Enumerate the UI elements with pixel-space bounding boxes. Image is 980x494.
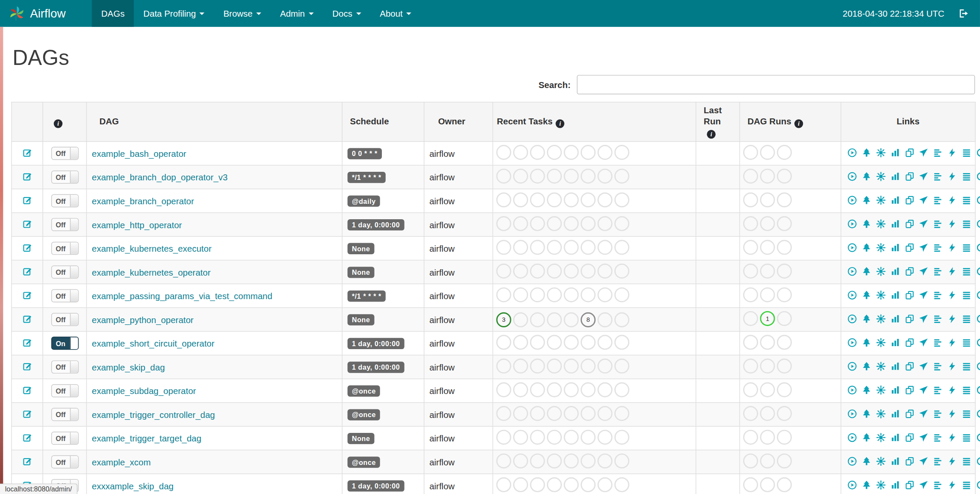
task-state-circle[interactable] [760,216,775,231]
task-tries-icon[interactable] [905,266,914,276]
refresh-dag-icon[interactable] [976,195,980,205]
nav-item-data-profiling[interactable]: Data Profiling [134,0,214,27]
graph-view-icon[interactable] [876,362,886,371]
refresh-dag-icon[interactable] [976,409,980,418]
task-state-circle[interactable] [760,192,775,207]
task-tries-icon[interactable] [905,314,914,323]
graph-view-icon[interactable] [876,338,886,347]
task-state-circle[interactable]: 3 [496,312,511,327]
task-tries-icon[interactable] [905,362,914,371]
edit-dag-icon[interactable] [23,290,32,300]
task-state-circle[interactable] [597,406,612,421]
task-state-circle[interactable] [777,453,792,468]
refresh-dag-icon[interactable] [976,266,980,276]
dag-pause-toggle[interactable]: Off [51,265,78,279]
task-state-circle[interactable] [743,145,758,160]
landing-times-icon[interactable] [919,456,928,466]
trigger-dag-icon[interactable] [847,432,857,442]
task-state-circle[interactable] [496,382,511,397]
task-tries-icon[interactable] [905,480,914,489]
tree-view-icon[interactable] [862,338,871,347]
task-state-circle[interactable] [581,477,596,492]
task-state-circle[interactable] [530,359,545,373]
dag-pause-toggle[interactable]: Off [51,218,78,231]
task-state-circle[interactable] [760,240,775,255]
task-state-circle[interactable] [547,169,562,184]
gantt-view-icon[interactable] [933,195,943,205]
code-view-icon[interactable] [948,219,957,228]
graph-view-icon[interactable] [876,219,886,228]
gantt-view-icon[interactable] [933,480,943,489]
task-state-circle[interactable] [564,192,579,207]
task-state-circle[interactable] [597,335,612,350]
task-state-circle[interactable] [614,453,629,468]
task-state-circle[interactable] [496,335,511,350]
task-state-circle[interactable] [614,430,629,445]
gantt-view-icon[interactable] [933,432,943,442]
refresh-dag-icon[interactable] [976,243,980,252]
task-state-circle[interactable] [597,192,612,207]
code-view-icon[interactable] [948,338,957,347]
task-state-circle[interactable] [597,264,612,279]
graph-view-icon[interactable] [876,195,886,205]
gantt-view-icon[interactable] [933,456,943,466]
nav-item-docs[interactable]: Docs [323,0,370,27]
task-state-circle[interactable] [743,192,758,207]
task-tries-icon[interactable] [905,243,914,252]
task-state-circle[interactable] [547,406,562,421]
task-state-circle[interactable] [513,453,528,468]
task-duration-icon[interactable] [890,456,900,466]
landing-times-icon[interactable] [919,409,928,418]
refresh-dag-icon[interactable] [976,456,980,466]
task-state-circle[interactable] [760,382,775,397]
dag-pause-toggle[interactable]: Off [51,384,78,397]
task-duration-icon[interactable] [890,480,900,489]
task-state-circle[interactable] [513,477,528,492]
task-state-circle[interactable] [564,335,579,350]
info-icon[interactable]: i [54,119,62,127]
edit-dag-icon[interactable] [23,171,32,181]
task-state-circle[interactable] [743,216,758,231]
task-state-circle[interactable] [547,240,562,255]
dag-link[interactable]: example_subdag_operator [92,386,196,396]
task-tries-icon[interactable] [905,385,914,394]
trigger-dag-icon[interactable] [847,266,857,276]
task-state-circle[interactable] [614,240,629,255]
graph-view-icon[interactable] [876,290,886,300]
logs-icon[interactable] [962,195,971,205]
task-state-circle[interactable] [614,192,629,207]
task-state-circle[interactable] [496,453,511,468]
task-state-circle[interactable] [581,382,596,397]
task-state-circle[interactable] [581,430,596,445]
task-state-circle[interactable] [743,453,758,468]
dag-search-input[interactable] [577,75,975,94]
logs-icon[interactable] [962,409,971,418]
task-tries-icon[interactable] [905,171,914,181]
logs-icon[interactable] [962,456,971,466]
task-state-circle[interactable]: 1 [760,311,775,326]
tree-view-icon[interactable] [862,409,871,418]
tree-view-icon[interactable] [862,290,871,300]
task-state-circle[interactable] [496,287,511,302]
task-state-circle[interactable] [760,264,775,279]
task-state-circle[interactable] [777,335,792,350]
task-state-circle[interactable] [743,311,758,326]
tree-view-icon[interactable] [862,385,871,394]
task-state-circle[interactable] [513,382,528,397]
task-state-circle[interactable] [564,287,579,302]
edit-dag-icon[interactable] [23,243,32,252]
task-state-circle[interactable] [743,430,758,445]
task-state-circle[interactable] [614,382,629,397]
dag-link[interactable]: example_python_operator [92,315,194,324]
code-view-icon[interactable] [948,432,957,442]
edit-dag-icon[interactable] [23,362,32,371]
task-state-circle[interactable] [597,453,612,468]
task-duration-icon[interactable] [890,148,900,157]
trigger-dag-icon[interactable] [847,219,857,228]
task-state-circle[interactable] [614,359,629,373]
trigger-dag-icon[interactable] [847,456,857,466]
task-state-circle[interactable] [743,406,758,421]
logs-icon[interactable] [962,480,971,489]
task-duration-icon[interactable] [890,338,900,347]
dag-link[interactable]: example_trigger_target_dag [92,433,201,443]
